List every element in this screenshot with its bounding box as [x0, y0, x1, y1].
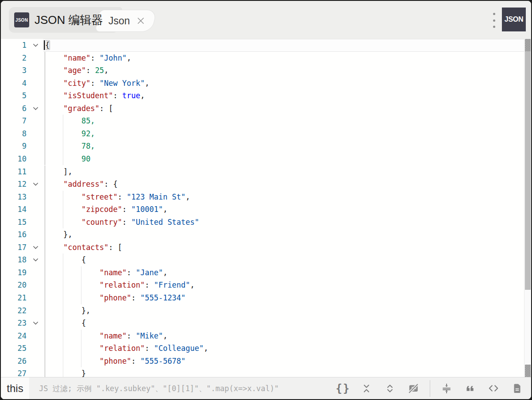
code-text[interactable]: "address": {	[43, 178, 524, 191]
code-line[interactable]: 23 {	[1, 317, 531, 330]
code-line[interactable]: 25 "relation": "Colleague",	[1, 342, 531, 355]
code-text[interactable]: "zipcode": "10001",	[43, 203, 524, 216]
fold-chevron-icon[interactable]	[28, 178, 42, 191]
scrollbar-thumb[interactable]	[525, 51, 531, 290]
fold-gutter	[28, 115, 42, 127]
code-text[interactable]: "grades": [	[43, 102, 524, 115]
indent-guide	[45, 115, 45, 127]
fold-chevron-icon[interactable]	[28, 102, 42, 115]
code-text[interactable]: 78,	[43, 140, 524, 153]
code-line[interactable]: 1{	[1, 39, 531, 52]
code-token: "Mike"	[136, 331, 163, 340]
code-line[interactable]: 24 "name": "Mike",	[1, 330, 531, 342]
code-line[interactable]: 7 85,	[1, 115, 531, 127]
code-line[interactable]: 2 "name": "John",	[1, 52, 531, 65]
code-text[interactable]: ],	[43, 165, 524, 178]
code-text[interactable]: "contacts": [	[43, 241, 524, 254]
code-text[interactable]: "age": 25,	[43, 64, 524, 77]
code-line[interactable]: 17 "contacts": [	[1, 241, 531, 254]
json-logo[interactable]: JSON	[502, 8, 526, 31]
expand-all-button[interactable]	[383, 381, 397, 396]
code-line[interactable]: 11 ],	[1, 165, 531, 178]
kebab-menu-icon[interactable]	[490, 13, 498, 28]
code-line[interactable]: 21 "phone": "555-1234"	[1, 292, 531, 304]
code-line[interactable]: 20 "relation": "Friend",	[1, 279, 531, 292]
code-line[interactable]: 3 "age": 25,	[1, 64, 531, 77]
fold-chevron-icon[interactable]	[28, 241, 42, 254]
close-icon[interactable]	[136, 16, 145, 25]
code-text[interactable]: 85,	[43, 115, 524, 127]
code-token: :	[113, 91, 122, 100]
strip-comment-button[interactable]	[406, 381, 420, 396]
code-token: :	[122, 205, 131, 214]
code-text[interactable]: "phone": "555-1234"	[43, 292, 524, 304]
code-text[interactable]: "street": "123 Main St",	[43, 191, 524, 204]
code-line[interactable]: 4 "city": "New York",	[1, 77, 531, 90]
code-text[interactable]: "phone": "555-5678"	[43, 355, 524, 368]
document-tab[interactable]: Json	[95, 10, 157, 32]
code-line[interactable]: 6 "grades": [	[1, 102, 531, 115]
code-text[interactable]: },	[43, 304, 524, 317]
code-line[interactable]: 8 92,	[1, 127, 531, 140]
code-line[interactable]: 13 "street": "123 Main St",	[1, 191, 531, 204]
code-token: "name"	[100, 331, 127, 340]
code-text[interactable]: "city": "New York",	[43, 77, 524, 90]
code-line[interactable]: 27 }	[1, 367, 531, 377]
code-line[interactable]: 14 "zipcode": "10001",	[1, 203, 531, 216]
code-text[interactable]: },	[43, 228, 524, 241]
collapse-all-icon	[362, 384, 371, 393]
fold-chevron-icon[interactable]	[28, 254, 42, 266]
code-token: "phone"	[100, 293, 131, 302]
format-button[interactable]: {}	[336, 381, 350, 396]
code-token: "Friend"	[154, 281, 190, 289]
quotes-button[interactable]	[463, 381, 477, 396]
code-text[interactable]: "name": "Jane",	[43, 266, 524, 279]
code-text[interactable]: }	[43, 367, 524, 377]
document-button[interactable]	[510, 381, 524, 396]
code-text[interactable]: "relation": "Colleague",	[43, 342, 524, 355]
code-line[interactable]: 18 {	[1, 254, 531, 266]
scrollbar-bottom-grip[interactable]	[525, 365, 531, 377]
indent-guide	[45, 89, 45, 102]
code-line[interactable]: 15 "country": "United States"	[1, 216, 531, 229]
code-text[interactable]: "name": "Mike",	[43, 330, 524, 342]
code-text[interactable]: "isStudent": true,	[43, 89, 524, 102]
fold-chevron-icon[interactable]	[28, 317, 42, 330]
line-number: 9	[1, 140, 27, 153]
compress-button[interactable]	[439, 381, 454, 396]
code-token: "city"	[63, 79, 90, 88]
code-line[interactable]: 10 90	[1, 153, 531, 165]
code-view-button[interactable]	[486, 381, 501, 396]
collapse-all-button[interactable]	[359, 381, 374, 396]
code-text[interactable]: "relation": "Friend",	[43, 279, 524, 292]
indent-guide	[45, 77, 45, 90]
code-editor[interactable]: 1{2 "name": "John",3 "age": 25,4 "city":…	[1, 39, 531, 377]
indent-guide	[63, 266, 63, 279]
fold-gutter	[28, 191, 42, 204]
scrollbar-top-grip[interactable]	[525, 39, 531, 51]
code-text[interactable]: {	[43, 39, 524, 52]
indent-guide	[45, 355, 45, 368]
fold-chevron-icon[interactable]	[28, 39, 42, 52]
code-line[interactable]: 12 "address": {	[1, 178, 531, 191]
indent-guide	[45, 317, 45, 330]
code-text[interactable]: "name": "John",	[43, 52, 524, 65]
code-text[interactable]: 92,	[43, 127, 524, 140]
indent-guide	[63, 216, 63, 229]
code-text[interactable]: 90	[43, 153, 524, 165]
code-token: "New York"	[100, 79, 145, 88]
indent-guide	[45, 304, 45, 317]
indent-guide	[81, 342, 81, 355]
filter-input[interactable]	[38, 384, 336, 393]
code-token: "country"	[81, 218, 122, 227]
code-line[interactable]: 9 78,	[1, 140, 531, 153]
code-line[interactable]: 26 "phone": "555-5678"	[1, 355, 531, 368]
code-line[interactable]: 19 "name": "Jane",	[1, 266, 531, 279]
indent-guide	[81, 279, 81, 292]
code-text[interactable]: {	[43, 317, 524, 330]
code-text[interactable]: "country": "United States"	[43, 216, 524, 229]
code-line[interactable]: 16 },	[1, 228, 531, 241]
code-line[interactable]: 22 },	[1, 304, 531, 317]
code-text[interactable]: {	[43, 254, 524, 266]
code-line[interactable]: 5 "isStudent": true,	[1, 89, 531, 102]
